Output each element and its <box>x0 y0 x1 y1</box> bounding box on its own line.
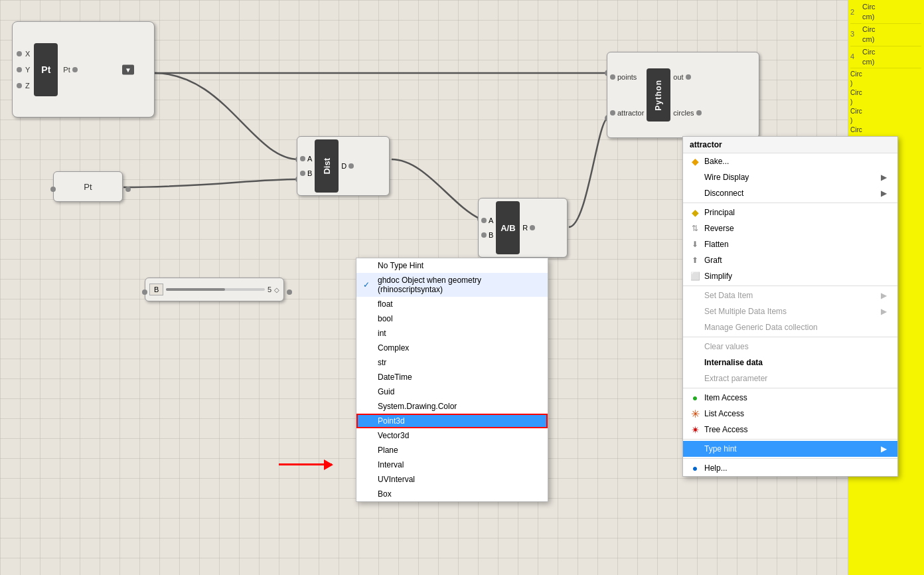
menu-plane[interactable]: Plane <box>356 443 548 457</box>
yellow-line-2: 2 Circcm) <box>850 1 921 24</box>
pt-bottom-node[interactable]: Pt <box>53 171 123 202</box>
menu-system-drawing-color[interactable]: System.Drawing.Color <box>356 399 548 414</box>
port-y: Y <box>17 66 30 74</box>
menu-set-data-item[interactable]: Set Data Item ▶ <box>683 288 897 303</box>
disconnect-arrow-icon: ▶ <box>881 189 887 198</box>
bake-icon: ◆ <box>690 156 700 167</box>
menu-box[interactable]: Box <box>356 487 548 501</box>
red-arrow-head <box>324 459 333 470</box>
menu-list-access[interactable]: ✳ List Access <box>683 406 897 422</box>
graft-icon: ⬆ <box>690 255 700 266</box>
separator-5 <box>683 439 897 440</box>
dist-dark-block: Dist <box>315 139 339 193</box>
yellow-panel-content: 2 Circcm) 3 Circcm) 4 Circcm) Circ)Circ)… <box>848 0 924 147</box>
help-icon: ● <box>690 463 700 473</box>
item-access-icon: ● <box>690 392 700 403</box>
menu-principal[interactable]: ◆ Principal <box>683 205 897 220</box>
slider-diamond: ◇ <box>274 286 279 293</box>
menu-tree-access[interactable]: ✴ Tree Access <box>683 422 897 438</box>
menu-datetime[interactable]: DateTime <box>356 370 548 384</box>
type-hint-icon <box>690 444 700 454</box>
pt-dark-block: Pt <box>34 43 58 96</box>
ab-port-b: B <box>481 231 493 239</box>
flatten-icon: ⬇ <box>690 239 700 250</box>
python-port-attractor: attractor <box>610 109 644 117</box>
menu-help[interactable]: ● Help... <box>683 460 897 476</box>
dist-node[interactable]: A B Dist D <box>297 136 390 196</box>
python-port-points: points <box>610 73 644 81</box>
line-num-4: 4 <box>850 52 860 62</box>
menu-wire-display[interactable]: Wire Display ▶ <box>683 169 897 185</box>
yellow-line-4: 4 Circcm) <box>850 46 921 69</box>
line-text-3: Circcm) <box>862 25 876 45</box>
line-text-4: Circcm) <box>862 47 876 68</box>
type-hint-submenu[interactable]: No Type Hint ✓ ghdoc Object when geometr… <box>356 258 548 502</box>
set-data-item-icon <box>690 290 700 301</box>
ab-dark-block: A/B <box>496 201 520 254</box>
menu-bake[interactable]: ◆ Bake... <box>683 153 897 169</box>
principal-icon: ◆ <box>690 207 700 218</box>
menu-complex[interactable]: Complex <box>356 341 548 355</box>
python-node[interactable]: points attractor Python out circles <box>607 52 759 138</box>
separator-2 <box>683 286 897 286</box>
line-text-2: Circcm) <box>862 2 876 23</box>
slider-node[interactable]: B 5 ◇ <box>145 278 284 301</box>
type-hint-arrow-icon: ▶ <box>881 444 887 453</box>
simplify-icon: ⬜ <box>690 271 700 282</box>
menu-header-attractor: attractor <box>683 137 897 153</box>
internalise-icon <box>690 357 700 368</box>
menu-no-type-hint[interactable]: No Type Hint <box>356 258 548 273</box>
list-access-icon: ✳ <box>690 408 700 419</box>
python-output-circles: circles <box>673 109 701 117</box>
line-num-3: 3 <box>850 29 860 39</box>
menu-reverse[interactable]: ⇅ Reverse <box>683 220 897 236</box>
dist-port-b: B <box>300 169 312 177</box>
menu-type-hint[interactable]: Type hint ▶ <box>683 441 897 457</box>
port-x: X <box>17 50 30 58</box>
pt-bottom-label: Pt <box>76 181 100 193</box>
yellow-extra: Circ)Circ)Circ)Circ) <box>850 68 921 145</box>
menu-item-access[interactable]: ● Item Access <box>683 390 897 406</box>
check-icon: ✓ <box>363 280 374 289</box>
manage-generic-icon <box>690 322 700 333</box>
yellow-line-3: 3 Circcm) <box>850 24 921 46</box>
menu-interval[interactable]: Interval <box>356 457 548 472</box>
menu-guid[interactable]: Guid <box>356 384 548 399</box>
separator-4 <box>683 388 897 388</box>
pt-output: Pt <box>63 66 77 74</box>
menu-clear-values[interactable]: Clear values <box>683 339 897 355</box>
menu-str[interactable]: str <box>356 355 548 370</box>
pt-arrow-btn[interactable]: ▼ <box>122 64 134 74</box>
menu-graft[interactable]: ⬆ Graft <box>683 252 897 268</box>
construct-point-node[interactable]: X Y Z Pt Pt ▼ <box>12 21 155 118</box>
slider-value: 5 <box>268 286 271 293</box>
set-multiple-arrow-icon: ▶ <box>881 307 887 316</box>
menu-int[interactable]: int <box>356 326 548 341</box>
line-num-2: 2 <box>850 7 860 17</box>
ab-output: R <box>520 218 538 237</box>
menu-vector3d[interactable]: Vector3d <box>356 428 548 443</box>
menu-simplify[interactable]: ⬜ Simplify <box>683 268 897 284</box>
right-context-menu[interactable]: attractor ◆ Bake... Wire Display ▶ Disco… <box>682 136 898 477</box>
menu-disconnect[interactable]: Disconnect ▶ <box>683 185 897 201</box>
menu-bool[interactable]: bool <box>356 311 548 326</box>
ab-node[interactable]: A B A/B R <box>478 198 568 258</box>
menu-uvinterval[interactable]: UVInterval <box>356 472 548 487</box>
menu-internalise-data[interactable]: Internalise data <box>683 355 897 370</box>
menu-ghdoc-object[interactable]: ✓ ghdoc Object when geometry (rhinoscrip… <box>356 273 548 297</box>
menu-flatten[interactable]: ⬇ Flatten <box>683 236 897 252</box>
separator-6 <box>683 458 897 459</box>
menu-point3d[interactable]: Point3d <box>356 414 548 428</box>
separator-3 <box>683 337 897 337</box>
menu-set-multiple-data-items[interactable]: Set Multiple Data Items ▶ <box>683 303 897 319</box>
menu-extract-parameter[interactable]: Extract parameter <box>683 370 897 386</box>
slider-track[interactable] <box>166 288 265 291</box>
wire-display-icon <box>690 172 700 183</box>
python-output-out: out <box>673 73 701 81</box>
ab-port-a: A <box>481 216 493 224</box>
dist-port-a: A <box>300 155 312 163</box>
menu-float[interactable]: float <box>356 297 548 311</box>
extract-param-icon <box>690 373 700 384</box>
dist-output: D <box>339 157 356 175</box>
menu-manage-generic-data[interactable]: Manage Generic Data collection <box>683 319 897 335</box>
